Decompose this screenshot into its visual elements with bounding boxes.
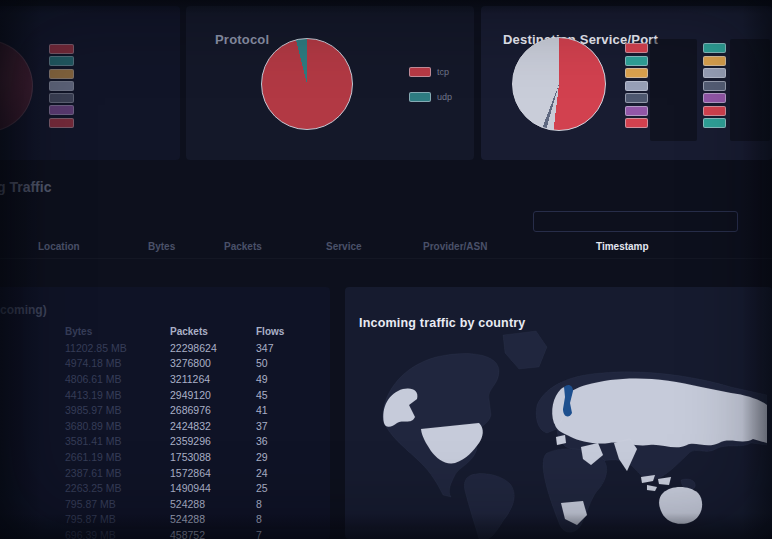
divider xyxy=(0,258,772,259)
cell-packets: 2686976 xyxy=(170,404,256,416)
table-row[interactable]: 696.39 MB 458752 7 xyxy=(65,527,316,539)
legend-swatch[interactable] xyxy=(625,68,648,78)
legend-swatch[interactable] xyxy=(625,118,648,128)
protocol-legend: tcp udp xyxy=(409,67,452,117)
traffic-section-title: g Traffic xyxy=(0,179,51,195)
legend-swatch[interactable] xyxy=(703,118,726,128)
country-greenland[interactable] xyxy=(503,331,547,369)
column-header-location[interactable]: Location xyxy=(38,241,80,252)
cell-bytes: 3581.41 MB xyxy=(65,435,170,447)
destination-pie-chart[interactable] xyxy=(512,37,606,131)
traffic-section: g Traffic Location Bytes Packets Service… xyxy=(0,170,772,282)
legend-swatch[interactable] xyxy=(703,106,726,116)
legend-label: udp xyxy=(437,92,452,102)
table-row[interactable]: 2387.61 MB 1572864 24 xyxy=(65,465,316,481)
table-row[interactable]: 795.87 MB 524288 8 xyxy=(65,496,316,512)
table-row[interactable]: 11202.85 MB 22298624 347 xyxy=(65,340,316,356)
legend-swatch[interactable] xyxy=(703,93,726,103)
cell-packets: 2424832 xyxy=(170,420,256,432)
column-header-packets[interactable]: Packets xyxy=(224,241,262,252)
destination-service-port-panel: Destination Service/Port xyxy=(481,6,772,160)
legend-swatch[interactable] xyxy=(625,43,648,53)
side-chart-panel xyxy=(0,6,180,160)
cell-packets: 1490944 xyxy=(170,482,256,494)
redacted-legend-labels xyxy=(650,39,697,141)
column-header-provider-asn[interactable]: Provider/ASN xyxy=(423,241,487,252)
cell-packets: 1753088 xyxy=(170,451,256,463)
side-legend xyxy=(49,44,74,128)
column-header-bytes[interactable]: Bytes xyxy=(148,241,175,252)
cell-packets: 524288 xyxy=(170,498,256,510)
table-row[interactable]: 2661.19 MB 1753088 29 xyxy=(65,449,316,465)
cell-bytes: 2661.19 MB xyxy=(65,451,170,463)
column-header-bytes[interactable]: Bytes xyxy=(65,326,170,337)
legend-swatch[interactable] xyxy=(703,81,726,91)
destination-legend-right xyxy=(703,43,726,128)
table-row[interactable]: 4413.19 MB 2949120 45 xyxy=(65,387,316,403)
world-map[interactable] xyxy=(351,325,767,539)
table-row[interactable]: 3680.89 MB 2424832 37 xyxy=(65,418,316,434)
legend-swatch[interactable] xyxy=(703,43,726,53)
protocol-panel: Protocol tcp udp xyxy=(186,6,474,160)
table-row[interactable]: 795.87 MB 524288 8 xyxy=(65,512,316,528)
table-row[interactable]: 2263.25 MB 1490944 25 xyxy=(65,480,316,496)
cell-bytes: 11202.85 MB xyxy=(65,342,170,354)
cell-bytes: 2263.25 MB xyxy=(65,482,170,494)
legend-swatch[interactable] xyxy=(49,105,74,115)
panel-title: Protocol xyxy=(215,32,269,47)
cell-packets: 458752 xyxy=(170,529,256,539)
legend-swatch[interactable] xyxy=(625,93,648,103)
cell-packets: 22298624 xyxy=(170,342,256,354)
legend-swatch[interactable] xyxy=(49,81,74,91)
protocol-pie-chart[interactable] xyxy=(261,38,353,130)
legend-swatch[interactable] xyxy=(49,44,74,54)
column-header-service[interactable]: Service xyxy=(326,241,362,252)
legend-swatch[interactable] xyxy=(625,56,648,66)
legend-swatch xyxy=(409,92,431,102)
cell-flows: 24 xyxy=(256,467,316,479)
incoming-table-panel: coming) Bytes Packets Flows 11202.85 MB … xyxy=(0,287,330,539)
legend-swatch[interactable] xyxy=(49,56,74,66)
cell-flows: 45 xyxy=(256,389,316,401)
cell-packets: 3211264 xyxy=(170,373,256,385)
legend-item-tcp[interactable]: tcp xyxy=(409,67,452,77)
legend-swatch[interactable] xyxy=(49,69,74,79)
column-header-flows[interactable]: Flows xyxy=(256,326,316,337)
country-poland[interactable] xyxy=(556,435,566,445)
legend-item-udp[interactable]: udp xyxy=(409,92,452,102)
legend-swatch xyxy=(409,67,431,77)
incoming-table-body: 11202.85 MB 22298624 347 4974.18 MB 3276… xyxy=(65,340,316,539)
column-header-packets[interactable]: Packets xyxy=(170,326,256,337)
legend-label: tcp xyxy=(437,67,449,77)
cell-flows: 37 xyxy=(256,420,316,432)
cell-flows: 347 xyxy=(256,342,316,354)
legend-swatch[interactable] xyxy=(703,68,726,78)
cell-flows: 8 xyxy=(256,513,316,525)
cell-packets: 1572864 xyxy=(170,467,256,479)
cell-flows: 25 xyxy=(256,482,316,494)
legend-swatch[interactable] xyxy=(49,118,74,128)
country-south-america[interactable] xyxy=(464,473,514,539)
side-pie-chart[interactable] xyxy=(0,40,33,132)
cell-flows: 7 xyxy=(256,529,316,539)
country-australia[interactable] xyxy=(659,487,702,524)
cell-flows: 29 xyxy=(256,451,316,463)
legend-swatch[interactable] xyxy=(625,106,648,116)
table-row[interactable]: 4806.61 MB 3211264 49 xyxy=(65,371,316,387)
legend-swatch[interactable] xyxy=(703,56,726,66)
search-input[interactable] xyxy=(533,211,738,232)
table-row[interactable]: 4974.18 MB 3276800 50 xyxy=(65,356,316,372)
cell-packets: 524288 xyxy=(170,513,256,525)
table-row[interactable]: 3985.97 MB 2686976 41 xyxy=(65,402,316,418)
table-row[interactable]: 3581.41 MB 2359296 36 xyxy=(65,434,316,450)
side-panel-content xyxy=(0,6,180,160)
cell-flows: 36 xyxy=(256,435,316,447)
legend-swatch[interactable] xyxy=(49,93,74,103)
cell-flows: 41 xyxy=(256,404,316,416)
redacted-legend-labels xyxy=(730,39,770,141)
cell-packets: 2949120 xyxy=(170,389,256,401)
column-header-timestamp[interactable]: Timestamp xyxy=(596,241,649,252)
legend-swatch[interactable] xyxy=(625,81,648,91)
incoming-table-header: Bytes Packets Flows xyxy=(65,322,316,340)
cell-bytes: 3985.97 MB xyxy=(65,404,170,416)
